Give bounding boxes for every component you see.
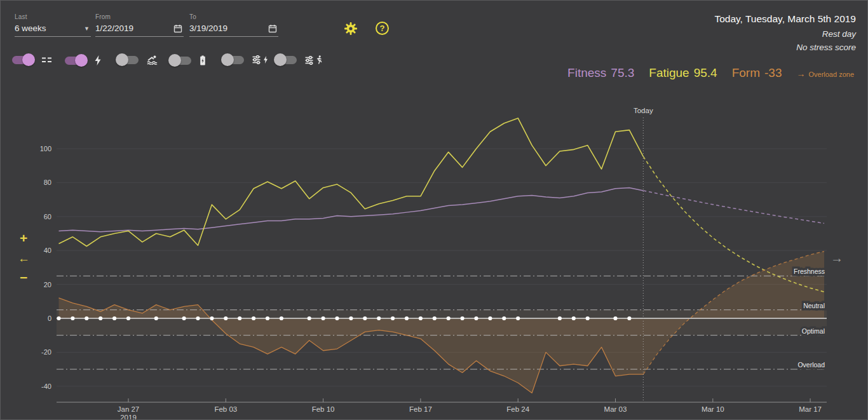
svg-text:Mar 17: Mar 17	[799, 405, 822, 413]
range-select-field[interactable]: Last 6 weeks ▼	[15, 13, 91, 37]
svg-text:Freshness: Freshness	[794, 268, 825, 275]
right-arrow-icon: →	[796, 71, 805, 78]
to-date-label: To	[189, 13, 278, 20]
to-date-value[interactable]: 3/19/2019	[189, 24, 227, 33]
from-date-label: From	[95, 13, 184, 20]
zoom-out-button[interactable]: −	[20, 270, 27, 285]
settings-gear-icon[interactable]	[343, 21, 358, 36]
legend-fatigue-label: Fatigue	[649, 66, 689, 80]
svg-text:Feb 03: Feb 03	[214, 405, 237, 413]
svg-text:Today: Today	[634, 107, 653, 114]
svg-text:80: 80	[44, 179, 51, 186]
svg-text:Mar 03: Mar 03	[604, 405, 627, 413]
svg-text:Overload: Overload	[797, 361, 825, 369]
chart-legend: Fitness 75.3 Fatigue 95.4 Form -33 → Ove…	[567, 66, 854, 80]
svg-text:Feb 10: Feb 10	[312, 405, 335, 413]
range-select-label: Last	[15, 13, 91, 20]
dashed-lines-icon	[41, 55, 52, 64]
calendar-icon[interactable]	[173, 24, 182, 33]
legend-fatigue-value: 95.4	[694, 66, 717, 80]
svg-text:0: 0	[48, 315, 51, 322]
toggle-bolt[interactable]	[65, 55, 102, 65]
svg-text:-40: -40	[41, 383, 51, 390]
help-icon[interactable]: ?	[376, 22, 389, 35]
sliders-icon	[252, 55, 268, 64]
legend-fitness-value: 75.3	[611, 66, 634, 80]
svg-text:2019: 2019	[120, 414, 137, 420]
pan-left-button[interactable]: ←	[18, 252, 30, 266]
from-date-field[interactable]: From 1/22/2019	[95, 13, 184, 37]
swimmer-icon	[147, 55, 158, 65]
legend-form[interactable]: Form -33	[732, 66, 782, 80]
toggle-sliders-runner[interactable]	[276, 55, 322, 65]
legend-form-label: Form	[732, 66, 760, 80]
zoom-in-button[interactable]: +	[20, 231, 27, 246]
legend-overload-zone[interactable]: → Overload zone	[796, 71, 854, 78]
svg-text:Jan 27: Jan 27	[118, 405, 140, 413]
from-date-value[interactable]: 1/22/2019	[95, 24, 133, 33]
bolt-icon	[263, 56, 268, 64]
pan-right-button[interactable]: →	[831, 251, 843, 266]
today-date-text: Today, Tuesday, March 5th 2019	[714, 13, 856, 25]
calendar-icon[interactable]	[268, 24, 277, 33]
svg-text:20: 20	[44, 281, 51, 288]
legend-fitness[interactable]: Fitness 75.3	[567, 66, 634, 80]
legend-overload-label: Overload zone	[808, 71, 854, 78]
status-panel: Today, Tuesday, March 5th 2019 Rest day …	[714, 13, 856, 56]
toggle-battery[interactable]	[170, 55, 206, 65]
svg-text:100: 100	[40, 145, 51, 152]
svg-text:Mar 10: Mar 10	[702, 405, 724, 413]
svg-text:Feb 17: Feb 17	[409, 405, 432, 413]
legend-fatigue[interactable]: Fatigue 95.4	[649, 66, 717, 80]
legend-fitness-label: Fitness	[567, 66, 606, 80]
to-date-field[interactable]: To 3/19/2019	[189, 13, 278, 37]
toggle-sliders-bolt[interactable]	[223, 55, 268, 64]
bolt-icon	[94, 55, 102, 65]
range-select-value[interactable]: 6 weeks	[15, 24, 46, 33]
svg-text:60: 60	[44, 213, 51, 220]
legend-form-value: -33	[764, 66, 782, 80]
sliders-icon	[305, 55, 322, 65]
svg-text:Neutral: Neutral	[803, 302, 825, 309]
battery-icon	[200, 55, 206, 65]
stress-score-text: No stress score	[714, 43, 856, 52]
rest-day-text: Rest day	[714, 29, 856, 39]
toggle-swimmer[interactable]	[118, 55, 158, 65]
fitness-chart[interactable]: TodayFreshnessNeutralOptimalOverloadJan …	[1, 90, 868, 420]
svg-text:Feb 24: Feb 24	[506, 405, 529, 413]
runner-icon	[316, 55, 322, 65]
svg-text:40: 40	[44, 247, 51, 254]
svg-text:Optimal: Optimal	[802, 327, 825, 335]
svg-text:-20: -20	[41, 348, 51, 356]
chevron-down-icon[interactable]: ▼	[84, 25, 90, 32]
toggle-dashed-lines[interactable]	[12, 55, 52, 64]
